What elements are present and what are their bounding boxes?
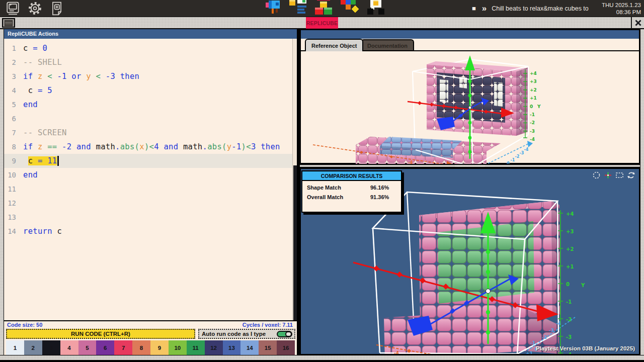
code-line[interactable]: 10end <box>4 168 297 182</box>
axis-label: +1 <box>530 96 537 101</box>
color-palette: 12345678910111213141516 <box>4 340 297 355</box>
axis-label: -2 <box>425 353 430 354</box>
code-line[interactable]: 14return c <box>4 224 297 238</box>
line-number: 4 <box>4 86 16 95</box>
window-titlebar: REPLICUBE <box>0 17 644 29</box>
autorun-label: Auto run code as I type <box>202 331 266 337</box>
build-panel: +4+3+2+10-1-2-3-4Y-4-3-2-10+1-4-2 COMPAR… <box>300 168 640 355</box>
code-line[interactable]: 1c = 0 <box>4 41 297 55</box>
palette-color-12[interactable]: 12 <box>205 340 223 355</box>
axis-label: 0 <box>566 282 570 287</box>
axis-label: -2 <box>542 335 547 340</box>
editor-controls: RUN CODE (CTRL+R) Auto run code as I typ… <box>4 328 297 340</box>
line-number: 6 <box>4 115 16 123</box>
axis-label: -4 <box>409 160 413 164</box>
tab-documentation[interactable]: Documentation <box>361 39 414 51</box>
axis-label: +1 <box>566 264 574 269</box>
palette-color-2[interactable]: 2 <box>24 340 42 355</box>
window-right-edge <box>640 29 644 355</box>
cube-chat-icon[interactable] <box>365 0 387 17</box>
line-number: 9 <box>4 157 16 165</box>
axis-label: +2 <box>566 246 574 252</box>
palette-color-13[interactable]: 13 <box>223 340 241 355</box>
palette-color-14[interactable]: 14 <box>240 340 259 355</box>
code-line[interactable]: 2-- SHELL <box>4 55 297 69</box>
new-file-icon[interactable] <box>50 2 63 16</box>
code-line[interactable]: 8if z == -2 and math.abs(x)<4 and math.a… <box>4 140 297 154</box>
viewport-controls <box>592 171 635 179</box>
code-line[interactable]: 12 <box>4 196 297 210</box>
palette-color-7[interactable]: 7 <box>114 340 132 355</box>
window-title-tab[interactable]: REPLICUBE <box>306 17 338 29</box>
axis-label: -3 <box>549 328 554 333</box>
palette-color-11[interactable]: 11 <box>187 340 205 355</box>
line-number: 11 <box>4 185 16 193</box>
overall-match-label: Overall Match <box>307 194 370 200</box>
close-button[interactable] <box>633 17 643 29</box>
version-label: Playtest Version 03B (January 2025) <box>536 345 635 351</box>
palette-color-10[interactable]: 10 <box>169 340 187 355</box>
axis-label: -2 <box>530 120 535 125</box>
display-icon[interactable] <box>6 2 20 15</box>
code-line[interactable]: 7-- SCREEN <box>4 126 297 140</box>
code-line[interactable]: 3if z < -1 or y < -3 then <box>4 69 297 83</box>
axis-label: -4 <box>524 147 529 152</box>
palette-color-1[interactable]: 1 <box>6 340 24 355</box>
color-grid-icon[interactable] <box>340 0 361 17</box>
axis-label: Y <box>537 104 541 109</box>
line-number: 12 <box>4 199 16 207</box>
panel-splitter[interactable] <box>300 164 640 168</box>
axis-label: +3 <box>566 229 574 234</box>
palette-color-3[interactable]: 3 <box>42 340 60 355</box>
rotate-view-icon[interactable] <box>627 171 635 179</box>
axis-label: -3 <box>520 151 524 155</box>
palette-color-6[interactable]: 6 <box>96 340 114 355</box>
palette-color-8[interactable]: 8 <box>132 340 150 355</box>
code-line[interactable]: 5end <box>4 98 297 112</box>
cube-checklist-icon[interactable] <box>288 0 308 17</box>
reference-panel-header <box>301 30 639 39</box>
selection-box-icon[interactable] <box>615 171 624 179</box>
mailbox-icon[interactable] <box>266 0 284 17</box>
reference-3d-viewport[interactable]: +4+3+2+10-1-2-3-4Y0-1-2-3-4-4 <box>301 50 639 164</box>
code-line[interactable]: 11 <box>4 182 297 196</box>
code-line[interactable]: 13 <box>4 210 297 224</box>
window-menu-button[interactable] <box>2 18 15 28</box>
comparison-title: COMPARISON RESULTS <box>302 171 401 181</box>
line-number: 14 <box>4 227 16 235</box>
origin-dot <box>486 289 491 294</box>
code-line[interactable]: 9 c = 11 <box>4 154 297 168</box>
music-stop-icon[interactable]: ■ <box>472 5 476 12</box>
code-editor[interactable]: 1c = 02-- SHELL3if z < -1 or y < -3 then… <box>4 39 297 320</box>
palette-color-16[interactable]: 16 <box>277 340 295 355</box>
clock-time: 08:36 PM <box>602 9 641 16</box>
code-size-label: Code size: 50 <box>7 322 42 328</box>
window-icon <box>5 20 13 26</box>
run-code-button[interactable]: RUN CODE (CTRL+R) <box>6 329 195 339</box>
music-skip-icon[interactable]: » <box>482 4 486 14</box>
origin-axes-icon[interactable] <box>604 171 612 179</box>
code-line[interactable]: 4 c = 5 <box>4 83 297 98</box>
axis-label: -1 <box>566 299 572 305</box>
axis-label: 0 <box>530 104 533 109</box>
orbit-icon[interactable] <box>592 171 601 179</box>
palette-color-9[interactable]: 9 <box>150 340 169 355</box>
palette-color-4[interactable]: 4 <box>60 340 78 355</box>
splitter-grip[interactable] <box>455 165 485 167</box>
code-scrollbar-handle[interactable] <box>293 165 297 320</box>
autorun-toggle[interactable] <box>277 331 292 337</box>
line-number: 8 <box>4 143 16 151</box>
line-number: 7 <box>4 129 16 137</box>
editor-header: RepliCUBE Actions <box>4 29 297 39</box>
close-icon <box>635 20 641 26</box>
palette-color-15[interactable]: 15 <box>259 340 277 355</box>
axis-label: +4 <box>530 71 537 76</box>
axis-label: -1 <box>511 158 515 162</box>
cubes-stack-icon[interactable] <box>313 0 335 17</box>
axis-label: 0 <box>507 161 510 164</box>
palette-color-5[interactable]: 5 <box>78 340 97 355</box>
code-line[interactable]: 6 <box>4 112 297 126</box>
code-scrollbar[interactable] <box>292 39 297 320</box>
settings-gear-icon[interactable] <box>28 1 42 16</box>
tab-reference-object[interactable]: Reference Object <box>305 39 363 51</box>
